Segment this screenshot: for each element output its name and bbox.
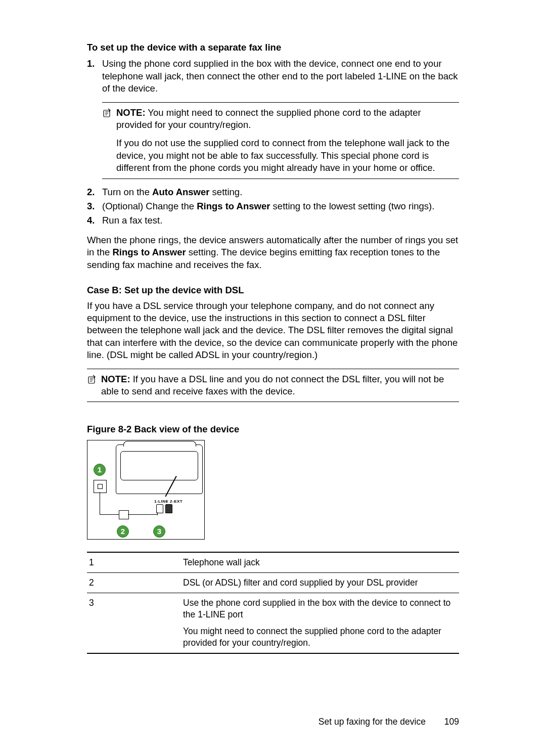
figure-8-2: 1-LINE 2-EXT 1 2 3	[87, 440, 205, 540]
note-body: If you have a DSL line and you do not co…	[101, 374, 444, 396]
note-icon	[102, 107, 116, 174]
note-label: NOTE:	[116, 107, 146, 118]
note-box: NOTE: You might need to connect the supp…	[102, 102, 459, 179]
closing-paragraph: When the phone rings, the device answers…	[87, 234, 459, 271]
step-number: 3.	[87, 200, 102, 212]
step-4: 4. Run a fax test.	[87, 214, 459, 227]
step-number: 1.	[87, 58, 102, 95]
text: setting to the lowest setting (two rings…	[270, 201, 434, 211]
port-2-ext-icon	[165, 504, 172, 513]
legend-number: 1	[87, 552, 181, 573]
wall-jack-icon	[94, 480, 107, 493]
figure-caption: Figure 8-2 Back view of the device	[87, 423, 459, 435]
bold-term: Rings to Answer	[112, 247, 186, 257]
step-body: Using the phone cord supplied in the box…	[102, 58, 459, 95]
note-text: NOTE: You might need to connect the supp…	[116, 107, 459, 174]
callout-3: 3	[153, 525, 165, 538]
legend-desc: DSL (or ADSL) filter and cord supplied b…	[181, 572, 459, 593]
port-labels: 1-LINE 2-EXT	[154, 499, 183, 505]
note-p1: You might need to connect the supplied p…	[116, 107, 421, 130]
page-footer: Set up faxing for the device 109	[0, 716, 546, 728]
section-a-title: To set up the device with a separate fax…	[87, 41, 459, 54]
bold-term: Rings to Answer	[197, 201, 270, 211]
legend-number: 3	[87, 593, 181, 653]
note-label: NOTE:	[101, 374, 130, 384]
callout-2: 2	[117, 525, 129, 538]
step-2: 2. Turn on the Auto Answer setting.	[87, 186, 459, 198]
steps-list-cont: 2. Turn on the Auto Answer setting. 3. (…	[87, 186, 459, 227]
text: Use the phone cord supplied in the box w…	[183, 597, 457, 620]
section-b-title: Case B: Set up the device with DSL	[87, 284, 459, 296]
legend-desc: Telephone wall jack	[181, 552, 459, 573]
note-box: NOTE: If you have a DSL line and you do …	[87, 369, 459, 403]
table-row: 1 Telephone wall jack	[87, 552, 459, 573]
dsl-filter-icon	[119, 510, 129, 519]
text: You might need to connect the supplied p…	[183, 626, 457, 649]
step-1: 1. Using the phone cord supplied in the …	[87, 58, 459, 95]
step-number: 4.	[87, 214, 102, 227]
printer-icon	[116, 444, 203, 494]
wire-icon	[128, 514, 157, 515]
wire-icon	[100, 514, 121, 515]
step-body: Run a fax test.	[102, 214, 459, 227]
callout-1: 1	[94, 464, 106, 476]
note-p2: If you do not use the supplied cord to c…	[116, 137, 459, 174]
manual-page: To set up the device with a separate fax…	[0, 0, 546, 756]
page-number: 109	[444, 717, 459, 727]
figure-legend-table: 1 Telephone wall jack 2 DSL (or ADSL) fi…	[87, 552, 459, 654]
text: setting.	[209, 187, 242, 197]
text: Turn on the	[102, 187, 152, 197]
table-row: 2 DSL (or ADSL) filter and cord supplied…	[87, 572, 459, 593]
wire-icon	[100, 492, 100, 514]
legend-number: 2	[87, 572, 181, 593]
note-text: NOTE: If you have a DSL line and you do …	[101, 373, 459, 398]
step-number: 2.	[87, 186, 102, 198]
step-body: (Optional) Change the Rings to Answer se…	[102, 200, 459, 212]
note-icon	[87, 373, 101, 398]
footer-section-title: Set up faxing for the device	[318, 717, 426, 727]
step-3: 3. (Optional) Change the Rings to Answer…	[87, 200, 459, 212]
steps-list: 1. Using the phone cord supplied in the …	[87, 58, 459, 95]
table-row: 3 Use the phone cord supplied in the box…	[87, 593, 459, 653]
step-body: Turn on the Auto Answer setting.	[102, 186, 459, 198]
legend-desc: Use the phone cord supplied in the box w…	[181, 593, 459, 653]
wire-icon	[157, 512, 158, 515]
section-b-paragraph: If you have a DSL service through your t…	[87, 300, 459, 362]
bold-term: Auto Answer	[152, 187, 209, 197]
text: (Optional) Change the	[102, 201, 197, 211]
